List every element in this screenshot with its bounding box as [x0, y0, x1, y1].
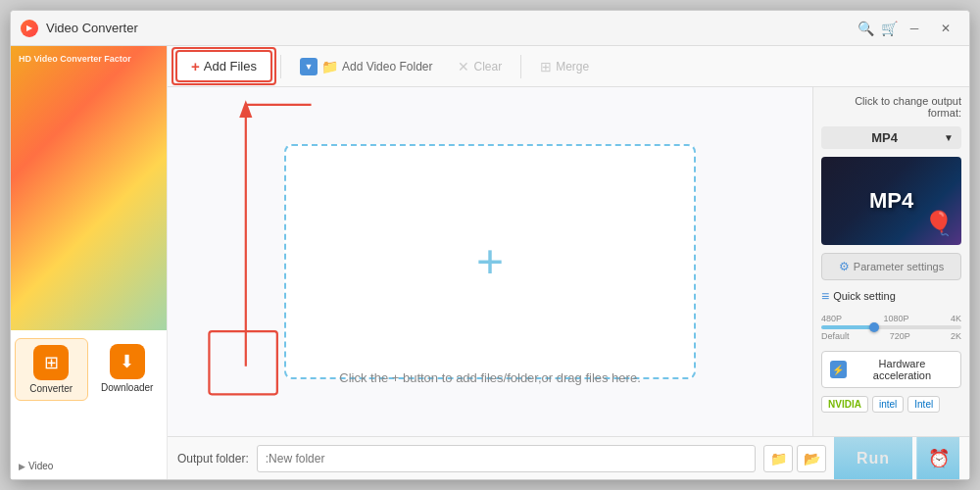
parameter-settings-button[interactable]: ⚙ Parameter settings	[821, 253, 961, 280]
drop-zone[interactable]: +	[284, 144, 696, 379]
param-settings-label: Parameter settings	[854, 261, 944, 272]
gpu-badge-intel-1: intel	[872, 396, 904, 413]
run-section: Run ⏰	[834, 437, 959, 480]
sidebar-banner: HD Video Converter Factor	[11, 46, 168, 330]
mp4-text: MP4	[869, 188, 913, 214]
right-panel: Click to change output format: MP4 ▼ MP4…	[812, 87, 969, 436]
close-button[interactable]: ✕	[932, 17, 959, 40]
folder-icon: 📁	[321, 59, 338, 74]
quality-thumb	[869, 322, 879, 332]
drop-zone-hint: Click the + button to add files/folder,o…	[339, 370, 640, 385]
content-row: + Click the + button to add files/folder…	[168, 87, 969, 436]
format-selector-text: MP4	[829, 130, 940, 145]
merge-label: Merge	[556, 60, 589, 74]
window-title: Video Converter	[46, 21, 854, 35]
add-files-label: Add Files	[204, 59, 257, 74]
output-actions: 📁 📂	[763, 445, 826, 472]
svg-rect-2	[209, 331, 276, 394]
alarm-button[interactable]: ⏰	[916, 437, 959, 480]
settings-icon: ⚙	[839, 260, 850, 273]
downloader-icon: ⬇	[110, 344, 145, 379]
output-folder-input[interactable]	[257, 445, 756, 472]
merge-button[interactable]: ⊞ Merge	[529, 53, 600, 80]
browse-folder-button[interactable]: 📁	[763, 445, 793, 472]
add-video-folder-label: Add Video Folder	[342, 60, 433, 74]
clear-label: Clear	[473, 60, 502, 74]
pin-button[interactable]: 🔍	[854, 17, 877, 40]
quality-labels-bottom: Default 720P 2K	[821, 331, 961, 341]
quality-labels-top: 480P 1080P 4K	[821, 314, 961, 323]
toolbar-divider-1	[280, 55, 281, 78]
drop-zone-wrapper: + Click the + button to add files/folder…	[168, 87, 812, 436]
downloader-label: Downloader	[101, 382, 153, 393]
minimize-button[interactable]: ─	[901, 17, 928, 40]
sidebar-item-downloader[interactable]: ⬇ Downloader	[92, 338, 164, 401]
title-bar: Video Converter 🔍 🛒 ─ ✕	[11, 11, 969, 46]
add-files-wrapper: + Add Files	[175, 50, 272, 82]
sidebar-video-label: Video	[19, 461, 53, 471]
window-controls: ─ ✕	[901, 17, 959, 40]
sidebar-item-converter[interactable]: ⊞ Converter	[15, 338, 88, 401]
format-arrow-icon: ▼	[944, 132, 954, 143]
quick-setting-label: Quick setting	[821, 288, 961, 304]
merge-icon: ⊞	[540, 59, 552, 74]
bottom-bar: Output folder: 📁 📂 Run ⏰	[168, 436, 969, 479]
hw-icon: ⚡	[830, 361, 847, 378]
gpu-badge-nvidia: NVIDIA	[821, 396, 868, 413]
app-window: Video Converter 🔍 🛒 ─ ✕ HD Video Convert…	[10, 10, 970, 480]
cart-button[interactable]: 🛒	[877, 17, 901, 40]
alarm-icon: ⏰	[928, 448, 950, 469]
converter-icon: ⊞	[33, 345, 69, 380]
run-button[interactable]: Run	[834, 437, 912, 480]
mp4-balloon-icon: 🎈	[924, 210, 954, 237]
hw-accel-label: Hardware acceleration	[852, 358, 953, 381]
sidebar-tools: ⊞ Converter ⬇ Downloader	[11, 330, 167, 409]
add-video-folder-button[interactable]: ▼ 📁 Add Video Folder	[289, 52, 444, 81]
center-area: + Add Files ▼ 📁 Add Video Folder ✕ Clear	[168, 46, 969, 479]
dropdown-icon: ▼	[300, 58, 318, 75]
quality-track[interactable]	[821, 325, 961, 329]
plus-icon: +	[191, 58, 200, 74]
gpu-badge-intel-2: Intel	[907, 396, 940, 413]
hardware-acceleration-button[interactable]: ⚡ Hardware acceleration	[821, 351, 961, 388]
clear-icon: ✕	[458, 59, 469, 74]
format-selector[interactable]: MP4 ▼	[821, 126, 961, 149]
mp4-preview: MP4 🎈	[821, 157, 961, 245]
open-folder-button[interactable]: 📂	[797, 445, 826, 472]
drop-zone-plus-icon: +	[476, 238, 504, 285]
gpu-labels: NVIDIA intel Intel	[821, 396, 961, 413]
app-icon	[21, 20, 38, 37]
sidebar-banner-text: HD Video Converter Factor	[19, 54, 131, 64]
format-label: Click to change output format:	[821, 95, 961, 119]
sidebar: HD Video Converter Factor Video ⊞ Conver…	[11, 46, 168, 479]
clear-button[interactable]: ✕ Clear	[447, 53, 513, 80]
output-folder-label: Output folder:	[177, 452, 249, 466]
toolbar: + Add Files ▼ 📁 Add Video Folder ✕ Clear	[168, 46, 969, 87]
toolbar-divider-2	[520, 55, 521, 78]
converter-label: Converter	[29, 383, 73, 394]
quality-slider-wrapper: 480P 1080P 4K Default 720P 2K	[821, 312, 961, 343]
add-files-button[interactable]: + Add Files	[175, 50, 272, 82]
main-layout: HD Video Converter Factor Video ⊞ Conver…	[11, 46, 969, 479]
